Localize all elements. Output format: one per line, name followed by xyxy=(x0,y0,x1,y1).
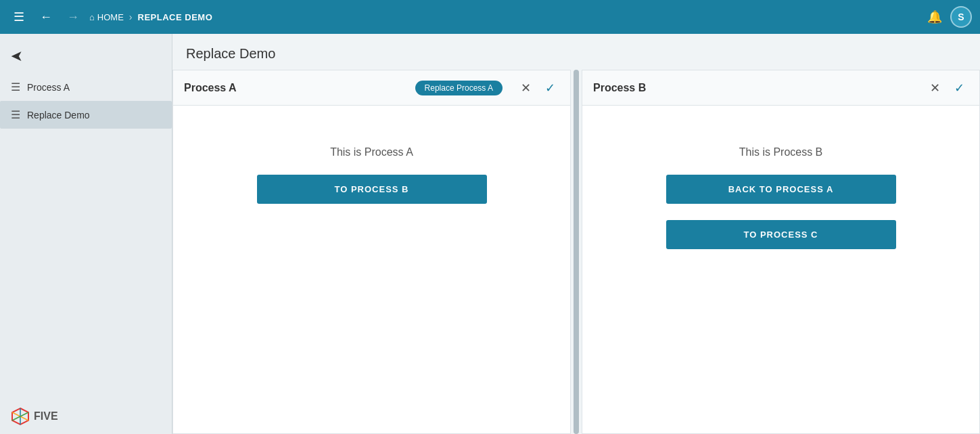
breadcrumb-current: REPLACE DEMO xyxy=(138,12,213,22)
process-b-body: This is Process B BACK TO PROCESS A TO P… xyxy=(582,106,979,433)
sidebar-item-process-a[interactable]: ☰ Process A xyxy=(0,73,172,101)
process-a-header: Process A Replace Process A ✕ ✓ xyxy=(173,70,570,106)
home-icon: ⌂ xyxy=(89,12,95,22)
process-a-close-button[interactable]: ✕ xyxy=(516,79,535,97)
topbar: ☰ ← → ⌂ HOME › REPLACE DEMO 🔔 S xyxy=(0,0,980,34)
notification-bell-icon[interactable]: 🔔 xyxy=(927,9,942,24)
process-b-description: This is Process B xyxy=(739,146,823,158)
process-b-title: Process B xyxy=(593,82,920,94)
process-a-check-button[interactable]: ✓ xyxy=(540,79,559,97)
process-a-body: This is Process A TO PROCESS B xyxy=(173,106,570,433)
process-b-panel: Process B ✕ ✓ This is Process B BACK TO … xyxy=(582,70,980,434)
check-icon: ✓ xyxy=(545,81,555,95)
menu-button[interactable]: ☰ xyxy=(8,6,30,28)
topbar-right: 🔔 S xyxy=(927,6,972,28)
page-title: Replace Demo xyxy=(172,34,980,70)
five-logo: FIVE xyxy=(11,407,161,426)
close-icon-b: ✕ xyxy=(930,81,940,95)
layout: ➤ ☰ Process A ☰ Replace Demo FIVE xyxy=(0,34,980,434)
main-content: Replace Demo Process A Replace Process A… xyxy=(172,34,980,434)
home-label: HOME xyxy=(97,12,124,22)
menu-icon: ☰ xyxy=(14,9,24,24)
sidebar-item-label-2: Replace Demo xyxy=(27,110,90,121)
sidebar: ➤ ☰ Process A ☰ Replace Demo FIVE xyxy=(0,34,172,434)
check-icon-b: ✓ xyxy=(954,81,964,95)
forward-button[interactable]: → xyxy=(62,6,84,28)
process-b-close-button[interactable]: ✕ xyxy=(925,79,944,97)
process-b-check-button[interactable]: ✓ xyxy=(950,79,969,97)
breadcrumb-chevron: › xyxy=(129,12,133,22)
back-to-process-a-button[interactable]: BACK TO PROCESS A xyxy=(666,175,896,204)
menu-lines-icon: ☰ xyxy=(11,81,20,93)
process-a-title: Process A xyxy=(184,82,415,94)
close-icon: ✕ xyxy=(521,81,531,95)
sidebar-bottom: FIVE xyxy=(0,399,172,434)
home-link[interactable]: ⌂ HOME xyxy=(89,12,124,22)
user-avatar[interactable]: S xyxy=(950,6,972,28)
five-logo-icon xyxy=(11,407,30,426)
sidebar-item-replace-demo[interactable]: ☰ Replace Demo xyxy=(0,101,172,129)
process-a-description: This is Process A xyxy=(330,146,413,158)
process-a-panel: Process A Replace Process A ✕ ✓ This is … xyxy=(172,70,571,434)
replace-process-a-badge[interactable]: Replace Process A xyxy=(415,81,503,95)
back-button[interactable]: ← xyxy=(35,6,57,28)
to-process-b-button[interactable]: TO PROCESS B xyxy=(257,175,487,204)
process-b-header: Process B ✕ ✓ xyxy=(582,70,979,106)
share-icon: ➤ xyxy=(11,47,23,65)
back-icon: ← xyxy=(40,10,52,24)
forward-icon: → xyxy=(67,10,79,24)
to-process-c-button[interactable]: TO PROCESS C xyxy=(666,220,896,249)
menu-lines-icon-2: ☰ xyxy=(11,108,20,121)
sidebar-item-label: Process A xyxy=(27,82,70,93)
panel-divider[interactable] xyxy=(574,70,579,434)
five-logo-text: FIVE xyxy=(34,410,58,422)
share-button[interactable]: ➤ xyxy=(0,39,172,73)
panels-container: Process A Replace Process A ✕ ✓ This is … xyxy=(172,70,980,434)
